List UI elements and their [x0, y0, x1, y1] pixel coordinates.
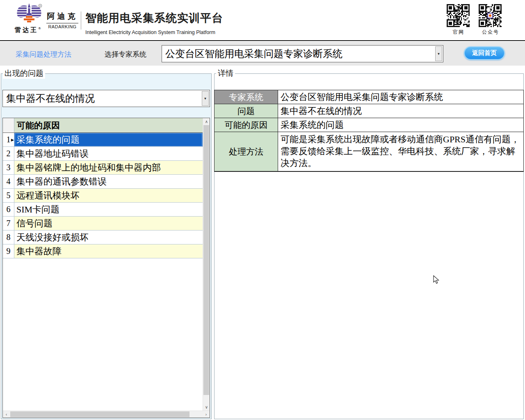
- table-row[interactable]: 7信号问题: [3, 217, 203, 231]
- detail-row: 问题集中器不在线的情况: [215, 104, 523, 118]
- horizontal-scrollbar[interactable]: ‹ ›: [3, 411, 210, 418]
- chevron-down-icon: ▼: [437, 52, 441, 56]
- collect-problem-methods-link[interactable]: 采集问题处理方法: [16, 50, 71, 59]
- vertical-scrollbar-thumb[interactable]: [203, 125, 209, 395]
- brand-radarwang: 雷达王®: [15, 26, 48, 34]
- problem-select[interactable]: 集中器不在线的情况 ▼: [2, 90, 210, 107]
- table-row[interactable]: 5远程通讯模块坏: [3, 189, 203, 203]
- problems-panel: 出现的问题 集中器不在线的情况 ▼ 可能的原因 1▶采集系统的问题2集中器地址码…: [1, 68, 212, 419]
- registered-mark: ®: [38, 26, 41, 30]
- header-vertical-divider: [81, 11, 81, 30]
- detail-row: 专家系统公变台区智能用电采集问题专家诊断系统: [215, 90, 523, 104]
- app-root: { "header": { "brand_cn": "阿迪克", "brand_…: [0, 0, 525, 420]
- causes-table-corner-cell: [3, 118, 14, 133]
- brand-divider-line: [46, 23, 78, 23]
- details-table: 专家系统公变台区智能用电采集问题专家诊断系统问题集中器不在线的情况可能的原因采集…: [214, 90, 524, 172]
- possible-causes-table: 可能的原因 1▶采集系统的问题2集中器地址码错误3集中器铭牌上的地址码和集中器内…: [2, 118, 210, 418]
- toolbar: 采集问题处理方法 选择专家系统 公变台区智能用电采集问题专家诊断系统 ▼ 返回首…: [0, 42, 525, 66]
- scroll-down-icon[interactable]: ∨: [203, 404, 210, 411]
- cause-text: 集中器铭牌上的地址码和集中器内部: [14, 161, 203, 175]
- causes-table-header: 可能的原因: [14, 118, 203, 133]
- expert-system-select-label: 选择专家系统: [105, 50, 146, 59]
- cause-text: 集中器的通讯参数错误: [14, 175, 203, 189]
- detail-label: 专家系统: [215, 90, 278, 104]
- detail-label: 可能的原因: [215, 118, 278, 132]
- qr-wechat-account-label: 公众号: [479, 29, 502, 36]
- expert-system-select[interactable]: 公变台区智能用电采集问题专家诊断系统 ▼: [162, 45, 443, 62]
- cause-text: 信号问题: [14, 217, 203, 231]
- return-home-button[interactable]: 返回首页: [464, 46, 505, 60]
- table-row[interactable]: 6SIM卡问题: [3, 203, 203, 217]
- brand-block: 阿迪克 RADARKING: [46, 11, 78, 29]
- detail-label: 问题: [215, 104, 278, 118]
- row-number: 2: [3, 147, 14, 161]
- current-row-marker-icon: ▶: [11, 138, 14, 142]
- row-number: 4: [3, 175, 14, 189]
- table-row[interactable]: 4集中器的通讯参数错误: [3, 175, 203, 189]
- mouse-cursor-icon: [433, 275, 441, 286]
- expert-system-select-value: 公变台区智能用电采集问题专家诊断系统: [162, 47, 443, 60]
- problem-dropdown-button[interactable]: ▼: [202, 91, 209, 106]
- cause-text: 采集系统的问题: [14, 133, 203, 147]
- app-header: R 雷达王® 阿迪克 RADARKING 智能用电采集系统实训平台 Intell…: [0, 0, 525, 41]
- row-number: 5: [3, 189, 14, 203]
- brand-adike: 阿迪克: [46, 11, 78, 22]
- qr-official-site-label: 官网: [447, 29, 470, 36]
- cause-text: 远程通讯模块坏: [14, 189, 203, 203]
- scroll-left-icon[interactable]: ‹: [3, 411, 10, 418]
- svg-text:R: R: [39, 5, 41, 7]
- causes-table-header-row: 可能的原因: [3, 118, 203, 133]
- row-number: 7: [3, 217, 14, 231]
- detail-label: 处理方法: [215, 132, 278, 171]
- detail-value: 采集系统的问题: [278, 118, 523, 132]
- title-block: 智能用电采集系统实训平台 Intelligent Electricity Acq…: [85, 11, 223, 35]
- causes-rows: 可能的原因 1▶采集系统的问题2集中器地址码错误3集中器铭牌上的地址码和集中器内…: [3, 118, 203, 411]
- problems-panel-legend: 出现的问题: [3, 68, 45, 79]
- expert-system-dropdown-button[interactable]: ▼: [435, 46, 442, 61]
- cause-text: SIM卡问题: [14, 203, 203, 217]
- vertical-scrollbar[interactable]: ∧ ∨: [203, 118, 210, 411]
- qr-center-logo-icon: [487, 13, 493, 18]
- horizontal-scrollbar-thumb[interactable]: [10, 411, 189, 417]
- details-panel-legend: 详情: [216, 68, 235, 79]
- cause-text: 集中器地址码错误: [14, 147, 203, 161]
- row-number: 1▶: [3, 133, 14, 147]
- problem-select-value: 集中器不在线的情况: [3, 92, 210, 105]
- brand-radarwang-text: 雷达王: [15, 27, 38, 33]
- scroll-up-icon[interactable]: ∧: [203, 118, 210, 125]
- radarking-logo-icon: R: [16, 3, 43, 27]
- detail-row: 可能的原因采集系统的问题: [215, 118, 523, 132]
- detail-value: 可能是采集系统出现故障或者移动通信商GPRS通信有问题，需要反馈给采集上一级监控…: [278, 132, 523, 171]
- detail-row: 处理方法可能是采集系统出现故障或者移动通信商GPRS通信有问题，需要反馈给采集上…: [215, 132, 523, 171]
- row-number: 3: [3, 161, 14, 175]
- qr-wechat-account: 公众号: [479, 4, 502, 36]
- page-subtitle: Intelligent Electricity Acquisition Syst…: [85, 30, 223, 35]
- table-row[interactable]: 2集中器地址码错误: [3, 147, 203, 161]
- table-row[interactable]: 3集中器铭牌上的地址码和集中器内部: [3, 161, 203, 175]
- qr-wechat-account-icon: [479, 4, 502, 27]
- table-row[interactable]: 1▶采集系统的问题: [3, 133, 203, 147]
- cause-text: 集中器故障: [14, 244, 203, 258]
- detail-value: 公变台区智能用电采集问题专家诊断系统: [278, 90, 523, 104]
- table-row[interactable]: 9集中器故障: [3, 244, 203, 258]
- detail-value: 集中器不在线的情况: [278, 104, 523, 118]
- details-panel: 详情 专家系统公变台区智能用电采集问题专家诊断系统问题集中器不在线的情况可能的原…: [214, 68, 524, 419]
- row-number: 6: [3, 203, 14, 217]
- row-number: 8: [3, 231, 14, 244]
- chevron-down-icon: ▼: [204, 97, 207, 100]
- page-title: 智能用电采集系统实训平台: [85, 11, 223, 25]
- table-row[interactable]: 8天线没接好或损坏: [3, 231, 203, 244]
- qr-official-site-icon: [447, 4, 470, 27]
- brand-radarking: RADARKING: [46, 24, 78, 29]
- scroll-right-icon[interactable]: ›: [203, 411, 210, 418]
- cause-text: 天线没接好或损坏: [14, 231, 203, 244]
- qr-official-site: 官网: [447, 4, 470, 36]
- row-number: 9: [3, 244, 14, 258]
